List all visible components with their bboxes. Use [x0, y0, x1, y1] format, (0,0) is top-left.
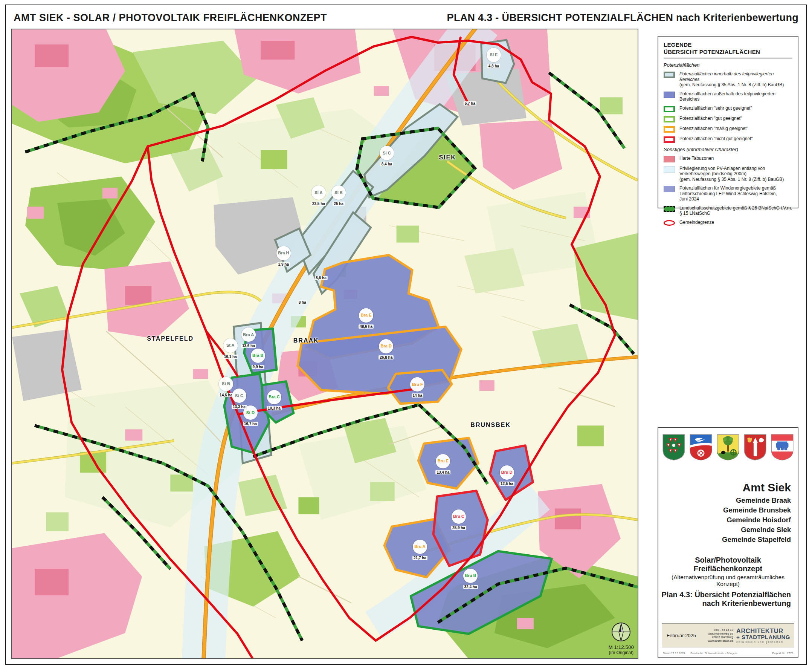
legend-item-nicht-gut: Potenzialflächen "nicht gut geeignet" [663, 136, 792, 143]
ha-label: 5,7 ha [464, 100, 476, 106]
area-label-si-e: SI E4,8 ha [486, 48, 501, 69]
title-block-footer: Februar 2025 040 - 44 14 19 Graumannsweg… [662, 623, 794, 647]
town-label-brunsbek: BRUNSBEK [470, 422, 511, 428]
header: AMT SIEK - SOLAR / PHOTOVOLTAIK FREIFLÄC… [14, 9, 798, 26]
area-label-si-a: SI A23,5 ha [311, 185, 326, 206]
legend-section-sonstiges: Sonstiges (informativer Charakter) [663, 147, 792, 152]
swatch-tabuzonen [663, 156, 675, 162]
area-label-bru-e: Bru E13,4 ha [436, 454, 451, 475]
area-label-bru-d: Bru D12,5 ha [500, 465, 515, 487]
area-label-bra-a: Bra A13,6 ha [241, 327, 256, 349]
project-title-block: Solar/Photovoltaik Freiflächenkonzept (A… [661, 556, 795, 587]
swatch-windenergie [663, 186, 675, 192]
area-label-bru-c: Bru C25,9 ha [451, 509, 466, 531]
area-label-st-a: St A16,1 ha [223, 338, 238, 359]
swatch-pv-privilegierung [663, 166, 675, 173]
legend-item-sehr-gut: Potenzialflächen "sehr gut geeignet" [663, 105, 792, 112]
legend-item-gut: Potenzialflächen "gut geeignet" [663, 116, 792, 122]
municipality-braak: Gemeinde Braak [722, 496, 791, 505]
meta-stand: Stand 17.12.2024 [663, 651, 685, 655]
plan-name-suffix: nach Kriterienbewertung [661, 599, 791, 608]
legend-item-teilpriv: Potenzialflächen innerhalb des teilprivi… [663, 71, 792, 88]
legend-item-ausserhalb: Potenzialflächen außerhalb des teilprivi… [663, 91, 792, 102]
ha-label: 8,8 ha [314, 274, 327, 281]
town-label-braak: BRAAK [294, 337, 319, 344]
area-label-bru-f: Bru F14 ha [410, 377, 424, 398]
scale-indicator: M 1:12.500 (im Original) [608, 622, 634, 655]
hoisdorf-crest-icon [716, 434, 740, 461]
meta-projekt: Projekt Nr.: 7776 [772, 651, 793, 655]
title-block-panel: Amt Siek Gemeinde Braak Gemeinde Brunsbe… [658, 427, 798, 658]
legend-item-windenergie: Potenzialflächen für Windenergiegebiete … [663, 185, 792, 202]
legend-item-landschaftsschutz: Landschaftsschutzgebiete gemäß § 26 BNat… [663, 205, 792, 216]
coat-of-arms-row [662, 434, 794, 461]
page-title: AMT SIEK - SOLAR / PHOTOVOLTAIK FREIFLÄC… [14, 12, 327, 24]
swatch-maessig [663, 126, 675, 133]
swatch-sehr-gut [663, 106, 675, 112]
ha-label: 8 ha [297, 298, 307, 305]
area-label-bra-c: Bra C10,3 ha [267, 390, 282, 411]
meta-bearbeitet: Bearbeitet: Schwentestede - Böngers [690, 651, 772, 655]
legend-item-gemeindegrenze: Gemeindegrenze [663, 220, 792, 226]
legend-divider [663, 58, 792, 58]
municipality-brunsbek: Gemeinde Brunsbek [722, 505, 791, 515]
siek-crest-icon [743, 434, 767, 461]
area-label-bra-d: Bra D26,8 ha [378, 339, 393, 360]
plan-title-main: PLAN 4.3 - ÜBERSICHT POTENZIALFLÄCHEN [447, 12, 674, 24]
swatch-teilpriv [663, 72, 675, 78]
area-label-si-b: SI B25 ha [331, 185, 346, 206]
town-label-stapelfeld: STAPELFELD [147, 335, 194, 342]
legend-panel: LEGENDE ÜBERSICHT POTENZIALFLÄCHEN Poten… [658, 36, 798, 208]
braak-crest-icon [662, 434, 685, 461]
project-subtitle: (Alternativenprüfung und gesamträumliche… [661, 574, 795, 587]
legend-title: LEGENDE [663, 41, 792, 48]
plan-title-block: Plan 4.3: Übersicht Potenzialflächen nac… [661, 590, 791, 608]
area-label-bru-a: Bru A21,7 ha [412, 540, 427, 561]
area-label-si-c: SI C8,4 ha [380, 146, 394, 167]
area-label-bra-e: Bra E48,6 ha [358, 308, 374, 329]
plan-title-suffix: nach Kriterienbewertung [676, 12, 798, 24]
legend-section-potenzialflaechen: Potenzialflächen [663, 62, 792, 68]
town-label-siek: SIEK [439, 154, 456, 161]
area-label-st-d: St D16,7 ha [243, 406, 258, 426]
municipality-stapelfeld: Gemeinde Stapelfeld [722, 535, 791, 545]
basemap-graphic [12, 29, 638, 658]
scale-note: (im Original) [608, 650, 634, 655]
firm-contact: 040 - 44 14 19 Graumannsweg 69 22087 Ham… [708, 628, 733, 643]
area-label-bra-b: Bra B9,9 ha [251, 349, 265, 370]
swatch-gut [663, 116, 675, 122]
swatch-ausserhalb [663, 91, 675, 98]
swatch-gemeindegrenze [663, 220, 675, 226]
office-block: Amt Siek Gemeinde Braak Gemeinde Brunsbe… [722, 481, 791, 545]
legend-item-maessig: Potenzialflächen "mäßig geeignet" [663, 126, 792, 133]
compass-icon [611, 622, 631, 642]
legend-subtitle: ÜBERSICHT POTENZIALFLÄCHEN [663, 48, 792, 56]
area-label-bra-h: Bra H2,9 ha [277, 246, 291, 267]
project-title: Solar/Photovoltaik Freiflächenkonzept [661, 556, 795, 573]
map-canvas: STAPELFELD BRAAK SIEK BRUNSBEK SI E4,8 h… [11, 29, 638, 659]
municipality-hoisdorf: Gemeinde Hoisdorf [722, 515, 791, 525]
brunsbek-crest-icon [689, 434, 712, 461]
plan-name: Plan 4.3: Übersicht Potenzialflächen [661, 590, 791, 599]
legend-item-tabuzonen: Harte Tabuzonen [663, 156, 792, 162]
legend-item-pv-privilegierung: Privilegierung von PV-Anlagen entlang vo… [663, 166, 792, 183]
office-name: Amt Siek [722, 481, 791, 494]
swatch-landschaftsschutz [663, 206, 675, 212]
stapelfeld-crest-icon [771, 434, 794, 461]
plan-title: PLAN 4.3 - ÜBERSICHT POTENZIALFLÄCHEN na… [447, 12, 798, 24]
plan-date: Februar 2025 [662, 633, 708, 638]
municipality-siek: Gemeinde Siek [722, 525, 791, 535]
swatch-nicht-gut [663, 136, 675, 143]
plan-meta-row: Stand 17.12.2024 Bearbeitet: Schwenteste… [663, 651, 793, 655]
scale-text: M 1:12.500 [608, 645, 634, 650]
firm-logo: ARCHITEKTUR + STADTPLANUNG entwickeln un… [736, 628, 790, 643]
area-label-bru-b: Bru B32,4 ha [463, 568, 478, 590]
